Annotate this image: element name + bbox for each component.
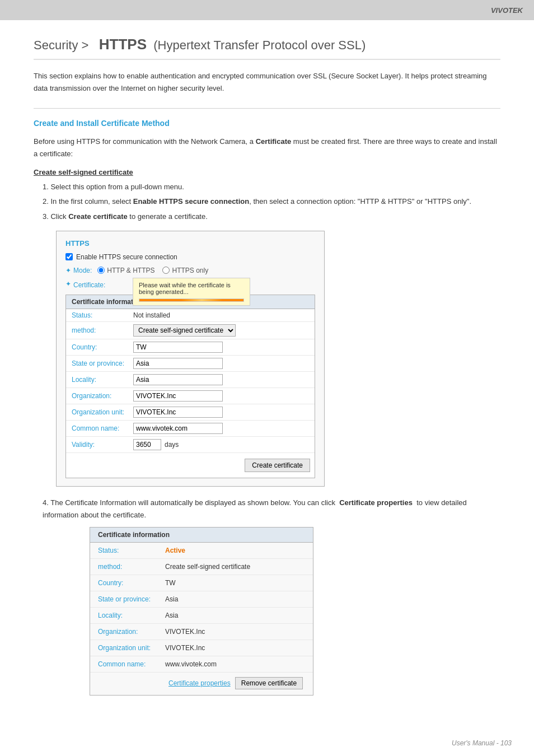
locality-input[interactable] (133, 374, 223, 385)
steps-list: 1. Select this option from a pull-down m… (34, 181, 500, 222)
org-unit-input[interactable] (133, 407, 223, 418)
https-panel: HTTPS Enable HTTPS secure connection ✦ M… (56, 231, 325, 487)
panel2-org-value: VIVOTEK.Inc (165, 628, 205, 636)
divider (34, 108, 500, 109)
https-only-label: HTTPS only (172, 267, 208, 274)
panel2-org-unit-label: Organization unit: (98, 644, 165, 652)
cert-panel2-header: Certificate information (90, 528, 313, 543)
panel2-state-label: State or province: (98, 595, 165, 603)
tooltip-progress (139, 298, 244, 302)
step-3: 3. Click Create certificate to generate … (34, 211, 500, 223)
cert-asterisk: ✦ (65, 280, 71, 288)
org-row: Organization: (66, 388, 315, 404)
panel2-org-unit-value: VIVOTEK.Inc (165, 644, 205, 652)
panel2-locality-label: Locality: (98, 612, 165, 619)
validity-unit: days (165, 441, 179, 449)
common-name-input[interactable] (133, 423, 223, 434)
https-panel-title: HTTPS (65, 239, 315, 248)
step4-link: Certificate properties (339, 498, 413, 507)
create-certificate-button[interactable]: Create certificate (245, 459, 310, 472)
common-name-row: Common name: (66, 421, 315, 437)
tooltip-box: Please wait while the certificate is bei… (133, 278, 250, 306)
panel2-common-name-label: Common name: (98, 660, 165, 668)
panel2-org-row: Organization: VIVOTEK.Inc (90, 624, 313, 640)
validity-label: Validity: (72, 441, 133, 449)
cert-label: Certificate: (73, 280, 105, 289)
state-row: State or province: (66, 356, 315, 372)
validity-row: Validity: days (66, 437, 315, 453)
page: VIVOTEK Security > HTTPS (Hypertext Tran… (0, 0, 534, 756)
panel2-status-value: Active (165, 547, 185, 554)
panel2-status-row: Status: Active (90, 543, 313, 559)
section-heading: Create and Install Certificate Method (34, 119, 500, 128)
panel2-org-label: Organization: (98, 628, 165, 636)
status-label: Status: (72, 311, 133, 319)
org-label: Organization: (72, 392, 133, 400)
before-text: Before using HTTPS for communication wit… (34, 136, 500, 160)
panel2-locality-row: Locality: Asia (90, 608, 313, 624)
step4-before: 4. The Certificate Information will auto… (43, 498, 335, 507)
method-label: method: (72, 326, 133, 334)
page-title: Security > HTTPS (Hypertext Transfer Pro… (34, 36, 500, 60)
cert-row: ✦ Certificate: Please wait while the cer… (65, 280, 315, 289)
footer-text: User's Manual - 103 (452, 739, 512, 747)
panel2-method-label: method: (98, 563, 165, 571)
org-input[interactable] (133, 390, 223, 402)
subsection-heading: Create self-signed certificate (34, 168, 500, 176)
country-row: Country: (66, 339, 315, 356)
remove-certificate-button[interactable]: Remove certificate (235, 677, 303, 689)
panel2-common-name-row: Common name: www.vivotek.com (90, 656, 313, 673)
enable-https-row: Enable HTTPS secure connection (65, 253, 315, 261)
cert-panel2: Certificate information Status: Active m… (90, 527, 313, 696)
panel2-common-name-value: www.vivotek.com (165, 660, 217, 668)
create-btn-row: Create certificate (66, 453, 315, 478)
method-row: method: Create self-signed certificate (66, 322, 315, 339)
http-https-option[interactable]: HTTP & HTTPS (97, 267, 154, 274)
cert-info-box: Certificate information Status: Not inst… (65, 295, 315, 478)
panel2-country-value: TW (165, 579, 176, 587)
org-unit-label: Organization unit: (72, 408, 133, 416)
panel2-status-label: Status: (98, 547, 165, 554)
validity-input[interactable] (133, 439, 161, 450)
country-input[interactable] (133, 342, 223, 353)
panel2-state-value: Asia (165, 595, 178, 603)
http-https-label: HTTP & HTTPS (107, 267, 154, 274)
state-label: State or province: (72, 360, 133, 367)
common-name-label: Common name: (72, 424, 133, 432)
status-row: Status: Not installed (66, 309, 315, 322)
step4-text: 4. The Certificate Information will auto… (34, 497, 500, 521)
step-2: 2. In the first column, select Enable HT… (34, 195, 500, 208)
panel2-country-label: Country: (98, 579, 165, 587)
mode-radio-group: HTTP & HTTPS HTTPS only (97, 267, 208, 274)
enable-https-label: Enable HTTPS secure connection (76, 253, 177, 261)
status-value: Not installed (133, 311, 170, 319)
locality-row: Locality: (66, 372, 315, 388)
locality-label: Locality: (72, 376, 133, 384)
country-label: Country: (72, 343, 133, 351)
step-1: 1. Select this option from a pull-down m… (34, 181, 500, 193)
https-only-option[interactable]: HTTPS only (162, 267, 208, 274)
tooltip-text: Please wait while the certificate is bei… (139, 282, 231, 295)
brand-name: VIVOTEK (491, 6, 523, 15)
mode-label: Mode: (73, 267, 92, 274)
title-subtitle: (Hypertext Transfer Protocol over SSL) (153, 38, 366, 52)
panel2-method-value: Create self-signed certificate (165, 563, 250, 571)
title-prefix: Security > (34, 38, 88, 52)
panel2-org-unit-row: Organization unit: VIVOTEK.Inc (90, 640, 313, 656)
mode-asterisk: ✦ (65, 267, 71, 274)
mode-row: ✦ Mode: HTTP & HTTPS HTTPS only (65, 267, 315, 274)
top-bar: VIVOTEK (0, 0, 534, 20)
method-select[interactable]: Create self-signed certificate (133, 324, 236, 337)
validity-row-inner: days (133, 439, 179, 450)
content: Security > HTTPS (Hypertext Transfer Pro… (0, 20, 534, 728)
panel2-country-row: Country: TW (90, 575, 313, 591)
enable-https-checkbox[interactable] (65, 253, 73, 260)
panel2-locality-value: Asia (165, 612, 178, 619)
org-unit-row: Organization unit: (66, 404, 315, 421)
certificate-properties-link[interactable]: Certificate properties (168, 679, 231, 687)
state-input[interactable] (133, 358, 223, 369)
cert-actions: Certificate properties Remove certificat… (90, 673, 313, 695)
panel2-method-row: method: Create self-signed certificate (90, 559, 313, 575)
intro-text: This section explains how to enable auth… (34, 70, 500, 95)
panel2-state-row: State or province: Asia (90, 591, 313, 608)
